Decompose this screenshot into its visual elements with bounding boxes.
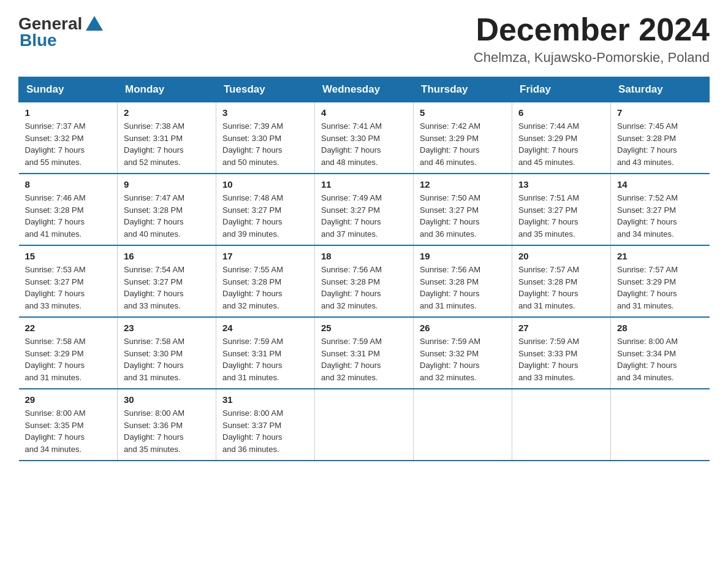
day-number: 28 — [617, 323, 703, 333]
column-header-friday: Friday — [512, 77, 611, 102]
day-number: 29 — [25, 394, 112, 405]
day-cell: 3Sunrise: 7:39 AM Sunset: 3:30 PM Daylig… — [216, 102, 315, 174]
day-number: 11 — [321, 179, 407, 190]
day-cell: 1Sunrise: 7:37 AM Sunset: 3:32 PM Daylig… — [19, 102, 118, 174]
logo: General Blue — [18, 12, 104, 50]
day-cell: 13Sunrise: 7:51 AM Sunset: 3:27 PM Dayli… — [512, 174, 611, 245]
day-number: 10 — [222, 179, 308, 190]
day-cell: 26Sunrise: 7:59 AM Sunset: 3:32 PM Dayli… — [414, 317, 512, 389]
day-cell: 7Sunrise: 7:45 AM Sunset: 3:28 PM Daylig… — [611, 102, 710, 174]
day-cell: 19Sunrise: 7:56 AM Sunset: 3:28 PM Dayli… — [414, 245, 512, 317]
day-cell: 17Sunrise: 7:55 AM Sunset: 3:28 PM Dayli… — [216, 245, 315, 317]
column-header-saturday: Saturday — [611, 77, 710, 102]
logo-triangle-icon — [85, 13, 104, 33]
day-number: 6 — [518, 107, 604, 118]
column-header-tuesday: Tuesday — [216, 77, 315, 102]
day-number: 5 — [420, 107, 506, 118]
day-cell: 28Sunrise: 8:00 AM Sunset: 3:34 PM Dayli… — [611, 317, 710, 389]
day-cell: 6Sunrise: 7:44 AM Sunset: 3:29 PM Daylig… — [512, 102, 611, 174]
day-info: Sunrise: 7:46 AM Sunset: 3:28 PM Dayligh… — [25, 192, 112, 240]
day-info: Sunrise: 7:50 AM Sunset: 3:27 PM Dayligh… — [420, 192, 506, 240]
day-info: Sunrise: 7:51 AM Sunset: 3:27 PM Dayligh… — [518, 192, 604, 240]
column-header-monday: Monday — [118, 77, 216, 102]
day-info: Sunrise: 7:41 AM Sunset: 3:30 PM Dayligh… — [321, 120, 407, 168]
day-info: Sunrise: 7:38 AM Sunset: 3:31 PM Dayligh… — [124, 120, 210, 168]
day-info: Sunrise: 7:52 AM Sunset: 3:27 PM Dayligh… — [617, 192, 703, 240]
column-header-wednesday: Wednesday — [315, 77, 414, 102]
day-cell: 30Sunrise: 8:00 AM Sunset: 3:36 PM Dayli… — [118, 389, 216, 461]
day-info: Sunrise: 8:00 AM Sunset: 3:36 PM Dayligh… — [124, 407, 210, 455]
day-cell: 24Sunrise: 7:59 AM Sunset: 3:31 PM Dayli… — [216, 317, 315, 389]
day-number: 1 — [25, 107, 112, 118]
day-info: Sunrise: 7:49 AM Sunset: 3:27 PM Dayligh… — [321, 192, 407, 240]
week-row-2: 8Sunrise: 7:46 AM Sunset: 3:28 PM Daylig… — [19, 174, 710, 245]
day-info: Sunrise: 7:59 AM Sunset: 3:31 PM Dayligh… — [321, 335, 407, 383]
column-header-thursday: Thursday — [414, 77, 512, 102]
title-section: December 2024 Chelmza, Kujawsko-Pomorski… — [474, 12, 710, 66]
day-cell: 10Sunrise: 7:48 AM Sunset: 3:27 PM Dayli… — [216, 174, 315, 245]
day-info: Sunrise: 7:37 AM Sunset: 3:32 PM Dayligh… — [25, 120, 112, 168]
day-number: 21 — [617, 251, 703, 261]
day-number: 7 — [617, 107, 703, 118]
day-number: 14 — [617, 179, 703, 190]
day-cell: 18Sunrise: 7:56 AM Sunset: 3:28 PM Dayli… — [315, 245, 414, 317]
day-info: Sunrise: 7:39 AM Sunset: 3:30 PM Dayligh… — [222, 120, 308, 168]
logo-text-blue: Blue — [20, 31, 57, 50]
day-cell: 21Sunrise: 7:57 AM Sunset: 3:29 PM Dayli… — [611, 245, 710, 317]
day-info: Sunrise: 7:59 AM Sunset: 3:32 PM Dayligh… — [420, 335, 506, 383]
day-number: 16 — [124, 251, 210, 261]
day-number: 22 — [25, 323, 112, 333]
day-cell: 12Sunrise: 7:50 AM Sunset: 3:27 PM Dayli… — [414, 174, 512, 245]
week-row-3: 15Sunrise: 7:53 AM Sunset: 3:27 PM Dayli… — [19, 245, 710, 317]
day-number: 9 — [124, 179, 210, 190]
day-number: 8 — [25, 179, 112, 190]
day-number: 31 — [222, 394, 308, 405]
day-cell: 22Sunrise: 7:58 AM Sunset: 3:29 PM Dayli… — [19, 317, 118, 389]
day-cell: 29Sunrise: 8:00 AM Sunset: 3:35 PM Dayli… — [19, 389, 118, 461]
calendar-table: SundayMondayTuesdayWednesdayThursdayFrid… — [18, 77, 710, 461]
day-cell: 8Sunrise: 7:46 AM Sunset: 3:28 PM Daylig… — [19, 174, 118, 245]
day-info: Sunrise: 7:44 AM Sunset: 3:29 PM Dayligh… — [518, 120, 604, 168]
day-cell: 11Sunrise: 7:49 AM Sunset: 3:27 PM Dayli… — [315, 174, 414, 245]
day-number: 12 — [420, 179, 506, 190]
day-number: 4 — [321, 107, 407, 118]
day-number: 2 — [124, 107, 210, 118]
day-cell: 27Sunrise: 7:59 AM Sunset: 3:33 PM Dayli… — [512, 317, 611, 389]
day-cell: 9Sunrise: 7:47 AM Sunset: 3:28 PM Daylig… — [118, 174, 216, 245]
day-cell: 23Sunrise: 7:58 AM Sunset: 3:30 PM Dayli… — [118, 317, 216, 389]
day-cell: 25Sunrise: 7:59 AM Sunset: 3:31 PM Dayli… — [315, 317, 414, 389]
day-info: Sunrise: 7:48 AM Sunset: 3:27 PM Dayligh… — [222, 192, 308, 240]
day-number: 26 — [420, 323, 506, 333]
day-info: Sunrise: 7:47 AM Sunset: 3:28 PM Dayligh… — [124, 192, 210, 240]
day-cell — [315, 389, 414, 461]
day-cell — [611, 389, 710, 461]
day-cell: 16Sunrise: 7:54 AM Sunset: 3:27 PM Dayli… — [118, 245, 216, 317]
day-number: 23 — [124, 323, 210, 333]
day-cell: 15Sunrise: 7:53 AM Sunset: 3:27 PM Dayli… — [19, 245, 118, 317]
day-cell — [512, 389, 611, 461]
day-number: 17 — [222, 251, 308, 261]
header-row: SundayMondayTuesdayWednesdayThursdayFrid… — [19, 77, 710, 102]
page-header: General Blue December 2024 Chelmza, Kuja… — [18, 12, 710, 66]
day-number: 30 — [124, 394, 210, 405]
day-number: 24 — [222, 323, 308, 333]
day-cell: 14Sunrise: 7:52 AM Sunset: 3:27 PM Dayli… — [611, 174, 710, 245]
day-number: 25 — [321, 323, 407, 333]
location-title: Chelmza, Kujawsko-Pomorskie, Poland — [474, 50, 710, 66]
day-number: 20 — [518, 251, 604, 261]
day-info: Sunrise: 7:45 AM Sunset: 3:28 PM Dayligh… — [617, 120, 703, 168]
day-info: Sunrise: 7:57 AM Sunset: 3:29 PM Dayligh… — [617, 264, 703, 312]
day-number: 27 — [518, 323, 604, 333]
day-info: Sunrise: 7:56 AM Sunset: 3:28 PM Dayligh… — [420, 264, 506, 312]
day-number: 19 — [420, 251, 506, 261]
day-cell: 31Sunrise: 8:00 AM Sunset: 3:37 PM Dayli… — [216, 389, 315, 461]
week-row-1: 1Sunrise: 7:37 AM Sunset: 3:32 PM Daylig… — [19, 102, 710, 174]
day-info: Sunrise: 7:56 AM Sunset: 3:28 PM Dayligh… — [321, 264, 407, 312]
day-number: 15 — [25, 251, 112, 261]
day-info: Sunrise: 7:58 AM Sunset: 3:30 PM Dayligh… — [124, 335, 210, 383]
day-number: 3 — [222, 107, 308, 118]
week-row-4: 22Sunrise: 7:58 AM Sunset: 3:29 PM Dayli… — [19, 317, 710, 389]
day-info: Sunrise: 7:58 AM Sunset: 3:29 PM Dayligh… — [25, 335, 112, 383]
day-info: Sunrise: 7:54 AM Sunset: 3:27 PM Dayligh… — [124, 264, 210, 312]
day-info: Sunrise: 8:00 AM Sunset: 3:34 PM Dayligh… — [617, 335, 703, 383]
